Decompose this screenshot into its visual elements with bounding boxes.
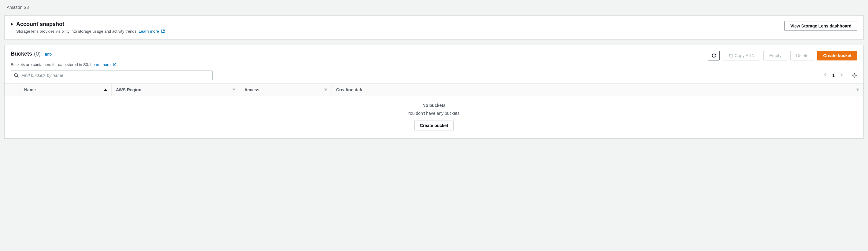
copy-arn-label: Copy ARN	[735, 53, 754, 58]
svg-rect-0	[730, 55, 732, 57]
copy-arn-button[interactable]: Copy ARN	[723, 51, 760, 61]
view-storage-lens-button[interactable]: View Storage Lens dashboard	[784, 21, 857, 31]
column-name[interactable]: Name	[20, 84, 112, 96]
snapshot-title: Account snapshot	[16, 21, 165, 28]
column-access[interactable]: Access	[240, 84, 332, 96]
expand-caret-icon[interactable]	[11, 22, 13, 26]
search-input[interactable]	[11, 71, 213, 80]
page-next-button[interactable]	[839, 71, 844, 79]
table-header: Name AWS Region Access Creation date	[5, 83, 863, 96]
buckets-panel: Buckets (0) Info Copy ARN Empty Delete C…	[4, 45, 864, 139]
delete-button[interactable]: Delete	[790, 51, 814, 61]
sort-icon	[232, 88, 236, 91]
chevron-right-icon	[840, 73, 843, 77]
empty-state-title: No buckets	[5, 103, 863, 108]
column-access-label: Access	[244, 87, 259, 92]
buckets-action-bar: Copy ARN Empty Delete Create bucket	[708, 51, 857, 61]
page-prev-button[interactable]	[823, 71, 828, 79]
pagination: 1	[823, 71, 857, 79]
chevron-left-icon	[824, 73, 827, 77]
column-region[interactable]: AWS Region	[112, 84, 240, 96]
buckets-learn-more-link[interactable]: Learn more	[90, 62, 117, 67]
buckets-description: Buckets are containers for data stored i…	[5, 62, 863, 67]
buckets-desc-text: Buckets are containers for data stored i…	[11, 62, 89, 67]
snapshot-learn-more-text: Learn more	[138, 29, 159, 34]
column-region-label: AWS Region	[116, 87, 141, 92]
settings-button[interactable]	[852, 73, 857, 78]
copy-icon	[728, 53, 733, 58]
empty-create-bucket-button[interactable]: Create bucket	[414, 120, 454, 131]
sort-icon	[856, 88, 859, 91]
empty-state: No buckets You don't have any buckets. C…	[5, 96, 863, 132]
buckets-info-link[interactable]: Info	[45, 52, 52, 57]
account-snapshot-panel: Account snapshot Storage lens provides v…	[4, 15, 864, 39]
search-wrapper	[11, 71, 213, 80]
sort-icon	[324, 88, 327, 91]
svg-point-2	[854, 74, 856, 76]
column-date[interactable]: Creation date	[332, 84, 863, 96]
buckets-count: (0)	[34, 51, 41, 57]
external-link-icon	[161, 29, 165, 33]
snapshot-desc-text: Storage lens provides visibility into st…	[16, 29, 137, 34]
external-link-icon	[113, 63, 117, 66]
column-select-all[interactable]	[5, 84, 20, 96]
column-date-label: Creation date	[336, 87, 363, 92]
snapshot-learn-more-link[interactable]: Learn more	[138, 29, 165, 34]
empty-button[interactable]: Empty	[764, 51, 787, 61]
gear-icon	[852, 73, 857, 78]
column-name-label: Name	[24, 87, 36, 92]
empty-state-subtitle: You don't have any buckets.	[5, 111, 863, 116]
snapshot-description: Storage lens provides visibility into st…	[16, 29, 165, 34]
refresh-button[interactable]	[708, 51, 720, 61]
buckets-title: Buckets	[11, 51, 32, 57]
page-current: 1	[832, 73, 835, 78]
create-bucket-button[interactable]: Create bucket	[817, 51, 857, 61]
breadcrumb: Amazon S3	[7, 5, 864, 10]
sort-asc-icon	[104, 88, 107, 91]
refresh-icon	[711, 53, 716, 58]
buckets-learn-more-text: Learn more	[90, 62, 111, 67]
